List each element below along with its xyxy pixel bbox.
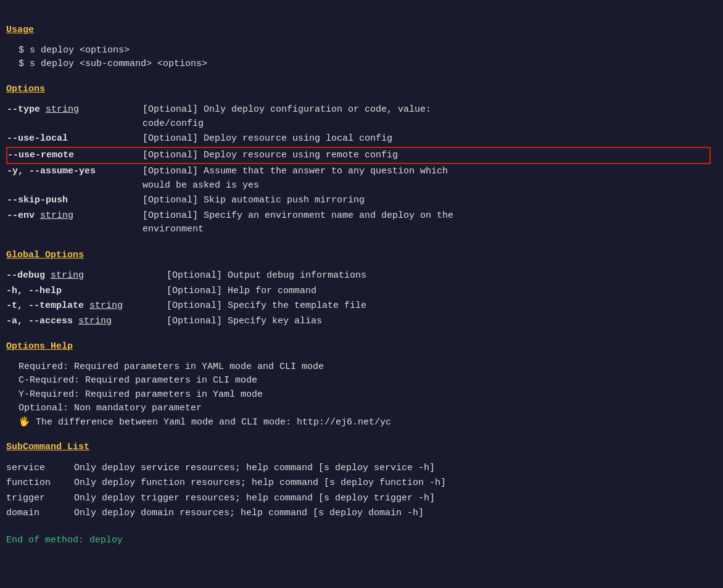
global-opt-desc-1: [Optional] Help for command: [167, 284, 711, 299]
subcommand-desc-0: Only deploy service resources; help comm…: [74, 461, 711, 476]
options-help-block: Required: Required parameters in YAML mo…: [6, 360, 711, 430]
subcommand-desc-1: Only deploy function resources; help com…: [74, 476, 711, 491]
subcommand-list-heading: SubCommand List: [6, 441, 711, 455]
opt-type-5: string: [40, 210, 73, 221]
options-help-line-5: 🖐 The difference between Yaml mode and C…: [19, 416, 711, 430]
opt-type-0: string: [46, 104, 79, 115]
options-help-heading: Options Help: [6, 340, 711, 354]
subcommand-cmd-0: service: [6, 461, 74, 476]
usage-line-1: $ s deploy <options>: [6, 44, 711, 58]
subcommand-cmd-1: function: [6, 476, 74, 491]
opt-desc-4: [Optional] Skip automatic push mirroring: [143, 193, 710, 209]
subcommand-table: serviceOnly deploy service resources; he…: [6, 461, 711, 521]
global-opt-desc-2: [Optional] Specify the template file: [167, 299, 711, 314]
opt-desc-5: [Optional] Specify an environment name a…: [143, 209, 710, 238]
options-row-3: -y, --assume-yes[Optional] Assume that t…: [7, 164, 710, 193]
usage-block: $ s deploy <options> $ s deploy <sub-com…: [6, 44, 711, 72]
subcommand-row-0: serviceOnly deploy service resources; he…: [6, 461, 711, 476]
options-row-2: --use-remote[Optional] Deploy resource u…: [7, 147, 710, 164]
opt-desc-3: [Optional] Assume that the answer to any…: [143, 164, 710, 193]
subcommand-cmd-2: trigger: [6, 491, 74, 507]
subcommand-row-2: triggerOnly deploy trigger resources; he…: [6, 491, 711, 507]
options-help-line-4: Optional: Non mandatory parameter: [19, 402, 711, 416]
global-opt-row-0: --debug string[Optional] Output debug in…: [6, 268, 711, 284]
end-line: End of method: deploy: [6, 534, 711, 548]
subcommand-row-3: domainOnly deploy domain resources; help…: [6, 506, 711, 521]
global-options-heading: Global Options: [6, 249, 711, 263]
global-opt-desc-0: [Optional] Output debug informations: [167, 268, 711, 284]
subcommand-row-1: functionOnly deploy function resources; …: [6, 476, 711, 491]
opt-flag-2: --use-remote: [7, 150, 74, 160]
options-row-5: --env string[Optional] Specify an enviro…: [7, 209, 710, 238]
usage-heading: Usage: [6, 23, 711, 38]
options-row-0: --type string[Optional] Only deploy conf…: [7, 102, 710, 131]
options-help-line-2: C-Required: Required parameters in CLI m…: [19, 374, 711, 388]
options-table: --type string[Optional] Only deploy conf…: [6, 102, 711, 238]
global-opt-flag-3: -a, --access: [6, 316, 78, 326]
opt-flag-0: --type: [7, 104, 46, 115]
global-opt-flag-2: -t, --template: [6, 300, 89, 311]
opt-desc-2: [Optional] Deploy resource using remote …: [143, 147, 710, 164]
global-options-table: --debug string[Optional] Output debug in…: [6, 268, 711, 329]
options-row-1: --use-local[Optional] Deploy resource us…: [7, 131, 710, 147]
opt-flag-5: --env: [7, 210, 40, 221]
global-opt-flag-1: -h, --help: [6, 286, 62, 296]
opt-flag-3: -y, --assume-yes: [7, 166, 96, 176]
subcommand-desc-3: Only deploy domain resources; help comma…: [74, 506, 711, 521]
options-help-line-1: Required: Required parameters in YAML mo…: [19, 360, 711, 375]
options-row-4: --skip-push[Optional] Skip automatic pus…: [7, 193, 710, 209]
subcommand-desc-2: Only deploy trigger resources; help comm…: [74, 491, 711, 507]
global-opt-flag-0: --debug: [6, 270, 51, 281]
opt-flag-4: --skip-push: [7, 195, 68, 205]
options-help-line-3: Y-Required: Required parameters in Yaml …: [19, 388, 711, 402]
global-opt-type-3: string: [78, 316, 112, 326]
global-opt-row-1: -h, --help[Optional] Help for command: [6, 284, 711, 299]
opt-desc-0: [Optional] Only deploy configuration or …: [143, 102, 710, 131]
global-opt-desc-3: [Optional] Specify key alias: [167, 314, 711, 329]
global-opt-row-2: -t, --template string[Optional] Specify …: [6, 299, 711, 314]
opt-flag-1: --use-local: [7, 133, 68, 144]
opt-desc-1: [Optional] Deploy resource using local c…: [143, 131, 710, 147]
global-opt-row-3: -a, --access string[Optional] Specify ke…: [6, 314, 711, 329]
subcommand-cmd-3: domain: [6, 506, 74, 521]
global-opt-type-2: string: [89, 300, 123, 311]
options-heading: Options: [6, 83, 711, 97]
global-opt-type-0: string: [51, 270, 84, 281]
usage-line-2: $ s deploy <sub-command> <options>: [6, 57, 711, 72]
